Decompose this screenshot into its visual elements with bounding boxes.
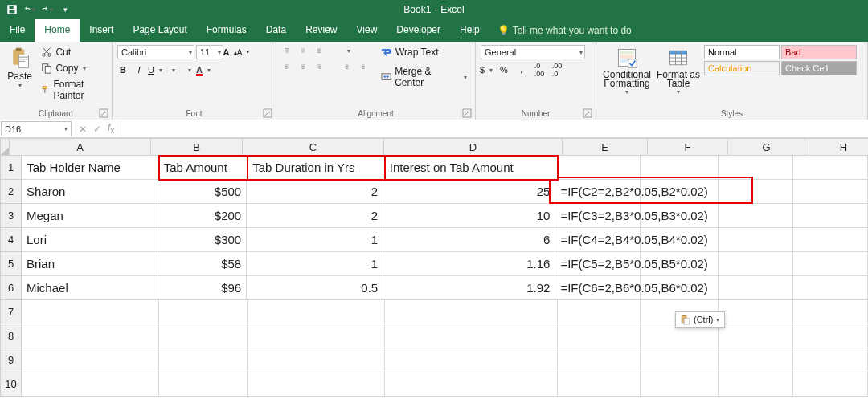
- cell-C10[interactable]: [248, 372, 385, 397]
- cell-H2[interactable]: [793, 180, 868, 204]
- cell-E6[interactable]: =IF(C6=2,B6*0.05,B6*0.02): [555, 276, 641, 300]
- percent-format-icon[interactable]: %: [498, 64, 510, 75]
- style-swatch-check-cell[interactable]: Check Cell: [781, 61, 857, 75]
- borders-button[interactable]: [166, 64, 177, 75]
- format-as-table-button[interactable]: Format as Table▾: [656, 45, 701, 97]
- cell-F9[interactable]: [641, 348, 719, 372]
- cell-G4[interactable]: [719, 228, 793, 252]
- cell-D8[interactable]: [385, 324, 558, 348]
- cell-A6[interactable]: Michael: [22, 276, 158, 300]
- align-center-icon[interactable]: [297, 61, 309, 72]
- tab-developer[interactable]: Developer: [387, 19, 450, 42]
- paste-button[interactable]: Paste ▾: [5, 45, 35, 91]
- cell-A9[interactable]: [22, 348, 159, 372]
- increase-decimal-icon[interactable]: .0.00: [534, 64, 545, 75]
- cell-G1[interactable]: [719, 156, 793, 180]
- align-middle-icon[interactable]: [297, 45, 309, 56]
- row-header-8[interactable]: 8: [0, 324, 22, 348]
- cancel-formula-icon[interactable]: ✕: [79, 124, 87, 135]
- wrap-text-button[interactable]: Wrap Text: [378, 45, 470, 59]
- qat-customize-icon[interactable]: ▾: [59, 4, 71, 15]
- align-bottom-icon[interactable]: [313, 45, 325, 56]
- cell-C4[interactable]: 1: [247, 228, 383, 252]
- cell-B6[interactable]: $96: [158, 276, 247, 300]
- cell-C9[interactable]: [248, 348, 385, 372]
- tell-me-search[interactable]: 💡Tell me what you want to do: [489, 19, 640, 42]
- cell-B7[interactable]: [159, 300, 248, 324]
- col-header-F[interactable]: F: [648, 138, 728, 156]
- cell-D2[interactable]: 25: [383, 180, 555, 204]
- orientation-icon[interactable]: [341, 45, 352, 56]
- cell-B8[interactable]: [159, 324, 248, 348]
- cell-H1[interactable]: [793, 156, 868, 180]
- cell-H9[interactable]: [793, 348, 868, 372]
- cell-G8[interactable]: [719, 324, 793, 348]
- cell-B5[interactable]: $58: [158, 252, 247, 276]
- copy-button[interactable]: Copy: [38, 61, 107, 75]
- select-all-corner[interactable]: [0, 138, 10, 156]
- cell-C5[interactable]: 1: [247, 252, 383, 276]
- cell-D5[interactable]: 1.16: [383, 252, 555, 276]
- name-box[interactable]: D16 ▾: [1, 121, 72, 136]
- comma-format-icon[interactable]: ,: [516, 64, 527, 75]
- col-header-B[interactable]: B: [151, 138, 243, 156]
- cell-A3[interactable]: Megan: [22, 204, 158, 228]
- cell-H7[interactable]: [793, 300, 868, 324]
- number-format-select[interactable]: General▾: [481, 45, 585, 59]
- cell-E10[interactable]: [558, 372, 641, 397]
- font-size-select[interactable]: 11▾: [196, 45, 223, 59]
- style-swatch-normal[interactable]: Normal: [704, 45, 780, 59]
- merge-center-button[interactable]: Merge & Center: [378, 64, 470, 90]
- cell-D6[interactable]: 1.92: [383, 276, 555, 300]
- tab-file[interactable]: File: [0, 19, 35, 42]
- tab-view[interactable]: View: [347, 19, 387, 42]
- cell-A8[interactable]: [22, 324, 159, 348]
- cut-button[interactable]: Cut: [38, 45, 107, 59]
- align-left-icon[interactable]: [281, 61, 293, 72]
- fill-color-button[interactable]: [182, 64, 193, 75]
- bold-button[interactable]: B: [117, 64, 129, 75]
- format-painter-button[interactable]: Format Painter: [38, 77, 107, 103]
- row-header-3[interactable]: 3: [0, 204, 22, 228]
- col-header-G[interactable]: G: [728, 138, 805, 156]
- increase-font-icon[interactable]: A▲: [225, 47, 236, 58]
- cell-C6[interactable]: 0.5: [247, 276, 383, 300]
- decrease-decimal-icon[interactable]: .00.0: [551, 64, 563, 75]
- col-header-A[interactable]: A: [10, 138, 151, 156]
- cell-C7[interactable]: [248, 300, 385, 324]
- redo-icon[interactable]: [42, 4, 53, 15]
- row-header-5[interactable]: 5: [0, 252, 22, 276]
- increase-indent-icon[interactable]: [357, 61, 368, 72]
- cell-E2[interactable]: =IF(C2=2,B2*0.05,B2*0.02): [555, 180, 641, 204]
- tab-data[interactable]: Data: [256, 19, 296, 42]
- cell-F8[interactable]: [641, 324, 719, 348]
- italic-button[interactable]: I: [133, 64, 145, 75]
- col-header-C[interactable]: C: [243, 138, 384, 156]
- cell-A10[interactable]: [22, 372, 159, 397]
- undo-icon[interactable]: [24, 4, 35, 15]
- underline-button[interactable]: U: [149, 64, 161, 75]
- cell-C1[interactable]: Tab Duration in Yrs: [248, 156, 385, 180]
- cell-C8[interactable]: [248, 324, 385, 348]
- decrease-font-icon[interactable]: A▼: [238, 47, 249, 58]
- tab-page-layout[interactable]: Page Layout: [123, 19, 196, 42]
- clipboard-launcher-icon[interactable]: [99, 108, 108, 118]
- cell-B9[interactable]: [159, 348, 248, 372]
- cell-D4[interactable]: 6: [383, 228, 555, 252]
- cell-G9[interactable]: [719, 348, 793, 372]
- tab-insert[interactable]: Insert: [80, 19, 123, 42]
- worksheet-grid[interactable]: ABCDEFGH 1Tab Holder NameTab AmountTab D…: [0, 138, 868, 397]
- cell-H4[interactable]: [793, 228, 868, 252]
- cell-F1[interactable]: [641, 156, 719, 180]
- style-swatch-bad[interactable]: Bad: [781, 45, 857, 59]
- cell-A2[interactable]: Sharon: [22, 180, 158, 204]
- cell-H10[interactable]: [793, 372, 868, 397]
- row-header-2[interactable]: 2: [0, 180, 22, 204]
- row-header-4[interactable]: 4: [0, 228, 22, 252]
- cell-A4[interactable]: Lori: [22, 228, 158, 252]
- cell-F10[interactable]: [641, 372, 719, 397]
- cell-G7[interactable]: [719, 300, 793, 324]
- style-swatch-calculation[interactable]: Calculation: [704, 61, 780, 75]
- col-header-H[interactable]: H: [805, 138, 868, 156]
- cell-G6[interactable]: [719, 276, 793, 300]
